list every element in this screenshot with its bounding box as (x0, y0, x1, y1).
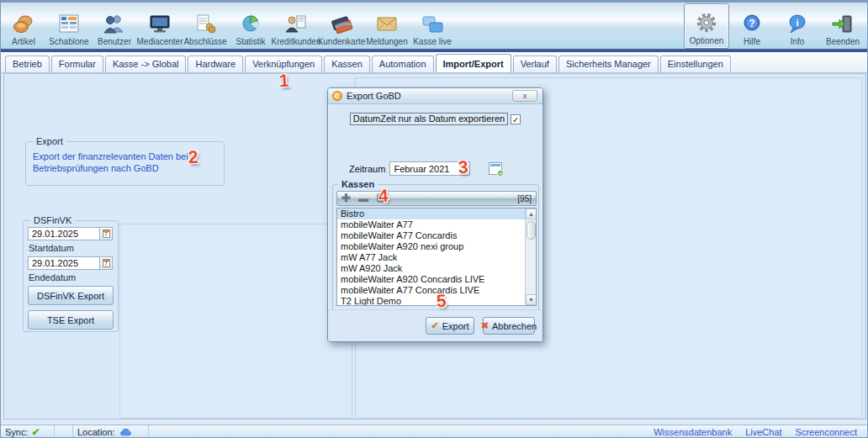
location-label: Location: (77, 427, 115, 437)
cancel-x-icon: ✖ (481, 320, 489, 331)
annotation-5: 5 (436, 291, 447, 312)
startdatum-input[interactable] (28, 227, 100, 240)
svg-text:i: i (796, 18, 798, 28)
datum-checkbox-label: DatumZeit nur als Datum exportieren (350, 113, 508, 125)
gobd-export-link-line2: Betriebsprüfungen nach GoBD (33, 162, 188, 174)
toolbar-right-group: Optionen ? Hilfe i Info Beenden (684, 3, 868, 49)
dsfinvk-export-button[interactable]: DSFinVK Export (28, 286, 114, 305)
toolbar-item-abschluesse[interactable]: Abschlüsse (183, 5, 228, 49)
location-status: Location: (73, 425, 149, 438)
template-grid-icon (56, 12, 82, 37)
toolbar-item-kundenkarte[interactable]: Kundenkarte (319, 5, 364, 49)
svg-text:?: ? (749, 18, 754, 29)
calendar-icon: 7 (103, 259, 110, 267)
tab-kasse-global[interactable]: Kasse -> Global (105, 55, 187, 72)
gear-icon (693, 11, 720, 36)
toolbar-label: Kasse live (413, 37, 452, 46)
toolbar-item-kasse-live[interactable]: Kasse live (410, 5, 455, 49)
toolbar-label: Benutzer (98, 37, 131, 46)
monitor-icon (146, 12, 173, 37)
kassen-list-item[interactable]: mobileWaiter A920 Concardis LIVE (337, 274, 536, 285)
kassen-list-item[interactable]: mobileWaiter A77 Concardis (337, 230, 536, 241)
annotation-2: 2 (188, 147, 198, 168)
abbrechen-button-label: Abbrechen (492, 321, 537, 331)
kassen-group-title: Kassen (338, 179, 378, 189)
kassen-toolbar: ✚ ▬ [95] (336, 191, 537, 206)
kassen-list-item[interactable]: mobileWaiter A77 (337, 219, 536, 230)
scroll-up-icon[interactable]: ▲ (526, 208, 537, 219)
export-button-label: Export (442, 321, 469, 331)
toolbar-label: Optionen (690, 36, 724, 45)
help-icon: ? (738, 12, 765, 37)
tab-kassen[interactable]: Kassen (324, 55, 370, 72)
kassen-list-item[interactable]: mW A77 Jack (337, 252, 536, 263)
abbrechen-button[interactable]: ✖ Abbrechen (483, 317, 535, 335)
person-card-icon (283, 12, 310, 37)
toolbar-label: Abschlüsse (183, 37, 226, 46)
toolbar-item-mediacenter[interactable]: Mediacenter (137, 5, 183, 49)
zeitraum-label: Zeitraum (349, 164, 385, 174)
plus-icon: + (497, 170, 504, 177)
toolbar-label: Hilfe (744, 37, 760, 46)
dialog-app-icon: C (332, 91, 342, 101)
annotation-4: 4 (378, 186, 389, 207)
toolbar-label: Statistik (236, 37, 265, 46)
toolbar-item-statistik[interactable]: Statistik (228, 5, 273, 49)
tab-automation[interactable]: Automation (372, 55, 434, 72)
calendar-picker-icon[interactable]: + (489, 162, 502, 175)
toolbar-item-benutzer[interactable]: Benutzer (92, 5, 137, 49)
tab-formular[interactable]: Formular (51, 55, 103, 72)
status-spacer (55, 425, 73, 438)
export-button[interactable]: ✔ Export (426, 317, 474, 335)
tse-export-button[interactable]: TSE Export (28, 310, 114, 330)
sync-label: Sync: (5, 427, 29, 437)
dialog-title: Export GoBD (347, 91, 401, 101)
toolbar-item-beenden[interactable]: Beenden (820, 5, 865, 49)
tab-hardware[interactable]: Hardware (188, 55, 243, 72)
kassen-scrollbar[interactable]: ▲ ▼ (525, 208, 536, 305)
toolbar-item-meldungen[interactable]: Meldungen (364, 5, 410, 49)
scrollbar-thumb[interactable] (527, 221, 536, 240)
dialog-close-button[interactable]: x (512, 90, 537, 102)
screenconnect-link[interactable]: Screenconnect (796, 427, 857, 437)
gobd-export-link[interactable]: Export der finanzrelevanten Daten bei Be… (33, 150, 188, 174)
tab-verlauf[interactable]: Verlauf (513, 55, 557, 72)
toolbar-item-artikel[interactable]: Artikel (1, 5, 46, 49)
middle-panel (119, 224, 352, 419)
wissensdatenbank-link[interactable]: Wissensdatenbank (654, 427, 732, 437)
kassen-list-item[interactable]: Bistro (337, 208, 536, 219)
report-coins-icon (192, 12, 219, 37)
remove-icon[interactable]: ▬ (358, 193, 368, 203)
toolbar-item-schablone[interactable]: Schablone (46, 5, 92, 49)
startdatum-calendar-button[interactable]: 7 (100, 227, 113, 240)
toolbar-item-kreditkunden[interactable]: Kreditkunden (273, 5, 319, 49)
add-icon[interactable]: ✚ (341, 193, 351, 203)
cards-icon (328, 12, 355, 37)
datum-checkbox[interactable]: ✓ (511, 114, 521, 124)
settings-tabbar: Betrieb Formular Kasse -> Global Hardwar… (1, 52, 868, 73)
export-gobd-dialog: C Export GoBD x DatumZeit nur als Datum … (327, 87, 543, 342)
livechat-link[interactable]: LiveChat (745, 427, 781, 437)
checkmark-icon: ✓ (512, 115, 519, 124)
toolbar-label: Artikel (12, 37, 35, 46)
calendar-icon: 7 (103, 230, 110, 238)
dialog-titlebar[interactable]: C Export GoBD (328, 88, 542, 104)
tab-import-export[interactable]: Import/Export (436, 54, 511, 72)
tab-betrieb[interactable]: Betrieb (5, 55, 50, 72)
tab-einstellungen[interactable]: Einstellungen (660, 55, 731, 72)
app-window: Artikel Schablone Benutzer Mediacenter A… (0, 0, 868, 438)
endedatum-input[interactable] (28, 256, 100, 270)
endedatum-calendar-button[interactable]: 7 (100, 256, 113, 270)
tab-sicherheits-manager[interactable]: Sicherheits Manager (558, 55, 659, 72)
scroll-down-icon[interactable]: ▼ (526, 294, 537, 305)
kassen-count-badge: [95] (517, 194, 532, 203)
toolbar-label: Meldungen (366, 37, 407, 46)
toolbar-item-info[interactable]: i Info (775, 5, 820, 49)
zeitraum-row: Zeitraum + (349, 161, 502, 176)
kassen-list-item[interactable]: mobileWaiter A920 nexi group (337, 241, 536, 252)
statusbar: Sync: ✔ Location: Wissensdatenbank LiveC… (1, 425, 868, 438)
kassen-list-item[interactable]: mW A920 Jack (337, 263, 536, 274)
toolbar-item-optionen[interactable]: Optionen (684, 3, 729, 49)
toolbar-item-hilfe[interactable]: ? Hilfe (729, 5, 775, 49)
live-screens-icon (419, 12, 446, 37)
